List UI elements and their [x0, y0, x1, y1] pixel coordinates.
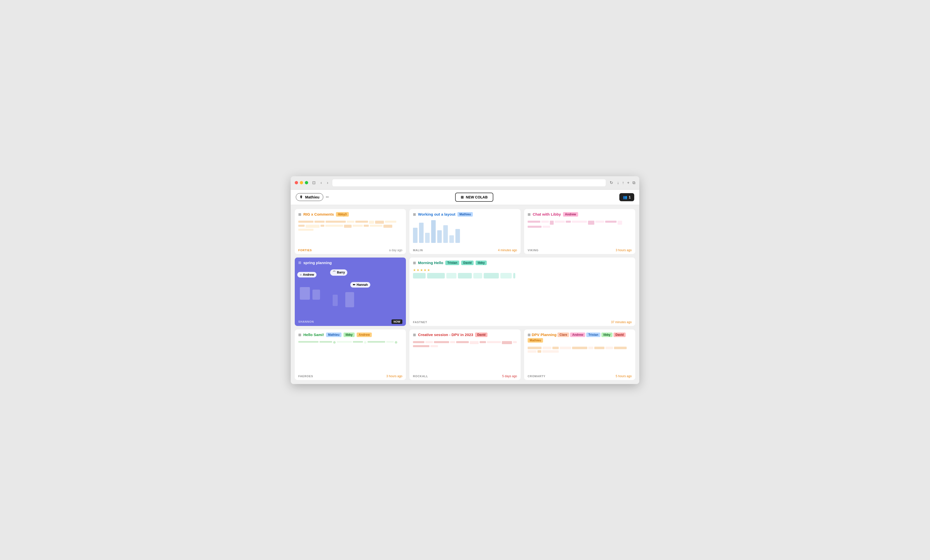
- now-badge: NOW: [391, 319, 402, 324]
- card-header: ⊞ Chat with Libby Andrew: [524, 209, 635, 218]
- star-5: ★: [427, 268, 430, 272]
- tag-tristan: Tristan: [445, 260, 459, 265]
- tag-andrew: Andrew: [563, 212, 578, 217]
- card-header: ⊞ DPV Planning Clare Andrew Tristan libb…: [524, 329, 635, 345]
- browser-chrome: ⊡ ‹ › ↻ ↓ ↑ + ⧉: [291, 176, 639, 189]
- cursor-hannah: ✏ Hannah: [350, 282, 370, 288]
- cursor-barry: ⌒ Barry: [330, 269, 347, 276]
- star-2: ★: [417, 268, 420, 272]
- star-4: ★: [423, 268, 427, 272]
- card-title: DPV Planning: [532, 332, 556, 337]
- new-colab-icon: ⊞: [461, 195, 464, 199]
- tag-libby: libby: [343, 332, 355, 337]
- card-preview: [410, 339, 520, 372]
- card-icon: ⊞: [413, 333, 416, 337]
- back-button[interactable]: ‹: [320, 180, 323, 186]
- card-footer: VIKING 3 hours ago: [524, 246, 635, 254]
- card-hello-sami[interactable]: ⊞ Hello Sami! Mathieu libby Andrew: [295, 329, 406, 380]
- tag-mathieu: Mathieu: [326, 332, 342, 337]
- card-icon: ⊞: [298, 333, 301, 337]
- browser-window: ⊡ ‹ › ↻ ↓ ↑ + ⧉ 🎙 Mathieu ✏ ⊞ NEW COLAB …: [291, 176, 639, 384]
- card-preview: [410, 218, 520, 246]
- new-colab-button[interactable]: ⊞ NEW COLAB: [455, 193, 493, 202]
- card-icon: ⊞: [528, 333, 531, 337]
- cursor-icon: ⌒: [333, 271, 336, 275]
- card-header: ⊞ Morning Hello Tristan David libby: [410, 257, 635, 267]
- cursor-name: Hannah: [357, 283, 368, 286]
- card-footer: ROCKALL 5 days ago: [410, 372, 520, 380]
- traffic-lights: [295, 181, 308, 184]
- tag-libby3: libby3: [336, 212, 349, 217]
- card-footer: MALIN 4 minutes ago: [410, 246, 520, 254]
- footer-time: 5 hours ago: [616, 374, 632, 378]
- users-button[interactable]: 👥 1: [619, 193, 634, 201]
- card-footer: FAEROES 3 hours ago: [295, 372, 406, 380]
- card-title: spring planning: [303, 260, 332, 265]
- card-icon: ⊞: [413, 261, 416, 265]
- footer-time: 37 minutes ago: [611, 320, 632, 324]
- user-pill[interactable]: 🎙 Mathieu: [296, 193, 323, 201]
- edit-icon[interactable]: ✏: [326, 195, 329, 200]
- footer-time: 5 days ago: [502, 374, 517, 378]
- copy-icon[interactable]: ⧉: [633, 180, 635, 185]
- card-title: Creative session - DPV in 2023: [418, 332, 473, 337]
- card-preview: [524, 218, 635, 246]
- footer-time: 4 minutes ago: [498, 248, 517, 252]
- card-header: ⊞ spring planning: [295, 257, 406, 267]
- tag-mathieu: Mathieu: [528, 338, 543, 343]
- share-icon[interactable]: ↑: [622, 180, 624, 185]
- card-chat-libby[interactable]: ⊞ Chat with Libby Andrew: [524, 209, 635, 254]
- tag-david: David: [461, 260, 474, 265]
- tag-andrew: Andrew: [357, 332, 372, 337]
- tag-clare: Clare: [557, 332, 569, 337]
- address-bar[interactable]: [333, 179, 606, 186]
- reload-button[interactable]: ↻: [609, 180, 614, 186]
- close-button[interactable]: [295, 181, 298, 184]
- tag-david: David: [475, 332, 488, 337]
- sidebar-toggle-button[interactable]: ⊡: [311, 180, 317, 186]
- card-preview: ○ Andrew ⌒ Barry ✏ Hannah: [295, 267, 406, 317]
- minimize-button[interactable]: [300, 181, 303, 184]
- card-title: Hello Sami!: [303, 332, 324, 337]
- cursor-icon: ○: [300, 273, 302, 277]
- footer-label: VIKING: [528, 249, 539, 252]
- star-3: ★: [420, 268, 423, 272]
- footer-time: a day ago: [389, 248, 402, 252]
- card-icon: ⊞: [298, 260, 301, 265]
- users-icon: 👥: [623, 195, 627, 199]
- footer-time: 3 hours ago: [616, 248, 632, 252]
- card-header: ⊞ Hello Sami! Mathieu libby Andrew: [295, 329, 406, 339]
- card-dpv-planning[interactable]: ⊞ DPV Planning Clare Andrew Tristan libb…: [524, 329, 635, 380]
- card-spring-planning[interactable]: ⊞ spring planning ○ Andrew ⌒ Barry ✏ Han…: [295, 257, 406, 326]
- tag-libby: libby: [601, 332, 613, 337]
- card-icon: ⊞: [298, 212, 301, 216]
- card-icon: ⊞: [413, 212, 416, 216]
- footer-label: FAEROES: [298, 375, 313, 378]
- card-title: RIG x Comments: [303, 212, 334, 216]
- forward-button[interactable]: ›: [326, 180, 329, 186]
- cursor-name: Barry: [337, 271, 345, 274]
- maximize-button[interactable]: [305, 181, 308, 184]
- users-count: 1: [629, 195, 631, 199]
- card-preview: [524, 345, 635, 372]
- browser-actions: ↓ ↑ + ⧉: [617, 180, 635, 185]
- card-footer: SHANNON NOW: [295, 317, 406, 326]
- card-rig-comments[interactable]: ⊞ RIG x Comments libby3: [295, 209, 406, 254]
- username-label: Mathieu: [305, 195, 320, 199]
- card-footer: CROMARTY 5 hours ago: [524, 372, 635, 380]
- card-header: ⊞ RIG x Comments libby3: [295, 209, 406, 218]
- download-icon[interactable]: ↓: [617, 180, 619, 185]
- card-footer: FORTIES a day ago: [295, 246, 406, 254]
- cursor-andrew: ○ Andrew: [297, 272, 317, 277]
- new-tab-icon[interactable]: +: [627, 180, 630, 185]
- cursor-icon: ✏: [353, 283, 356, 286]
- card-preview: [295, 218, 406, 246]
- card-creative-session[interactable]: ⊞ Creative session - DPV in 2023 David: [410, 329, 520, 380]
- star-1: ★: [413, 268, 416, 272]
- main-grid: ⊞ RIG x Comments libby3: [291, 205, 639, 384]
- card-working-layout[interactable]: ⊞ Working out a layout Mathieu MALIN: [410, 209, 520, 254]
- card-morning-hello[interactable]: ⊞ Morning Hello Tristan David libby ★ ★ …: [410, 257, 635, 326]
- card-preview: [295, 339, 406, 372]
- card-title: Morning Hello: [418, 260, 443, 265]
- card-preview: ★ ★ ★ ★ ★: [410, 267, 635, 318]
